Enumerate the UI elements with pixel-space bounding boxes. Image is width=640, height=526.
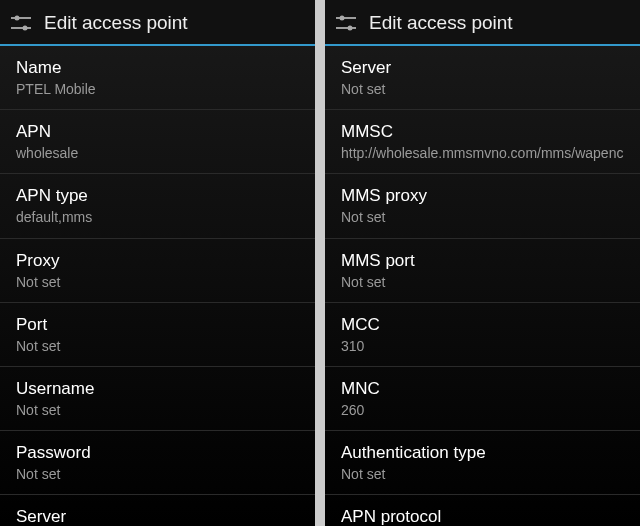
phone-right: Edit access point Server Not set MMSC ht… bbox=[325, 0, 640, 526]
setting-label: Authentication type bbox=[341, 443, 624, 463]
setting-mnc[interactable]: MNC 260 bbox=[325, 367, 640, 431]
setting-label: Proxy bbox=[16, 251, 299, 271]
setting-value: 260 bbox=[341, 401, 624, 419]
setting-value: Not set bbox=[16, 273, 299, 291]
svg-point-2 bbox=[15, 16, 20, 21]
setting-label: MMSC bbox=[341, 122, 624, 142]
setting-value: Not set bbox=[16, 401, 299, 419]
setting-label: APN protocol bbox=[341, 507, 624, 526]
setting-label: Server bbox=[341, 58, 624, 78]
setting-mcc[interactable]: MCC 310 bbox=[325, 303, 640, 367]
setting-value: Not set bbox=[341, 80, 624, 98]
setting-server[interactable]: Server Not set bbox=[325, 46, 640, 110]
settings-list[interactable]: Name PTEL Mobile APN wholesale APN type … bbox=[0, 46, 315, 526]
phone-left: Edit access point Name PTEL Mobile APN w… bbox=[0, 0, 315, 526]
setting-mms-proxy[interactable]: MMS proxy Not set bbox=[325, 174, 640, 238]
setting-apn[interactable]: APN wholesale bbox=[0, 110, 315, 174]
setting-value: wholesale bbox=[16, 144, 299, 162]
setting-apn-type[interactable]: APN type default,mms bbox=[0, 174, 315, 238]
setting-value: Not set bbox=[341, 465, 624, 483]
setting-label: Password bbox=[16, 443, 299, 463]
setting-label: Name bbox=[16, 58, 299, 78]
page-title: Edit access point bbox=[369, 12, 513, 34]
settings-list[interactable]: Server Not set MMSC http://wholesale.mms… bbox=[325, 46, 640, 526]
setting-label: MCC bbox=[341, 315, 624, 335]
setting-label: MMS proxy bbox=[341, 186, 624, 206]
setting-label: MMS port bbox=[341, 251, 624, 271]
page-title: Edit access point bbox=[44, 12, 188, 34]
svg-point-6 bbox=[340, 16, 345, 21]
setting-label: Port bbox=[16, 315, 299, 335]
setting-auth-type[interactable]: Authentication type Not set bbox=[325, 431, 640, 495]
setting-value: PTEL Mobile bbox=[16, 80, 299, 98]
setting-name[interactable]: Name PTEL Mobile bbox=[0, 46, 315, 110]
setting-username[interactable]: Username Not set bbox=[0, 367, 315, 431]
setting-value: Not set bbox=[16, 465, 299, 483]
header: Edit access point bbox=[325, 0, 640, 46]
setting-mms-port[interactable]: MMS port Not set bbox=[325, 239, 640, 303]
settings-sliders-icon bbox=[8, 10, 34, 36]
setting-value: default,mms bbox=[16, 208, 299, 226]
setting-server[interactable]: Server bbox=[0, 495, 315, 526]
svg-point-7 bbox=[348, 26, 353, 31]
svg-point-3 bbox=[23, 26, 28, 31]
setting-apn-protocol[interactable]: APN protocol bbox=[325, 495, 640, 526]
setting-password[interactable]: Password Not set bbox=[0, 431, 315, 495]
setting-value: Not set bbox=[341, 273, 624, 291]
header: Edit access point bbox=[0, 0, 315, 46]
setting-label: Username bbox=[16, 379, 299, 399]
setting-port[interactable]: Port Not set bbox=[0, 303, 315, 367]
setting-value: Not set bbox=[341, 208, 624, 226]
setting-value: Not set bbox=[16, 337, 299, 355]
setting-value: http://wholesale.mmsmvno.com/mms/wapenc bbox=[341, 144, 624, 162]
setting-label: Server bbox=[16, 507, 299, 526]
settings-sliders-icon bbox=[333, 10, 359, 36]
setting-label: MNC bbox=[341, 379, 624, 399]
setting-value: 310 bbox=[341, 337, 624, 355]
setting-mmsc[interactable]: MMSC http://wholesale.mmsmvno.com/mms/wa… bbox=[325, 110, 640, 174]
setting-label: APN bbox=[16, 122, 299, 142]
setting-label: APN type bbox=[16, 186, 299, 206]
setting-proxy[interactable]: Proxy Not set bbox=[0, 239, 315, 303]
